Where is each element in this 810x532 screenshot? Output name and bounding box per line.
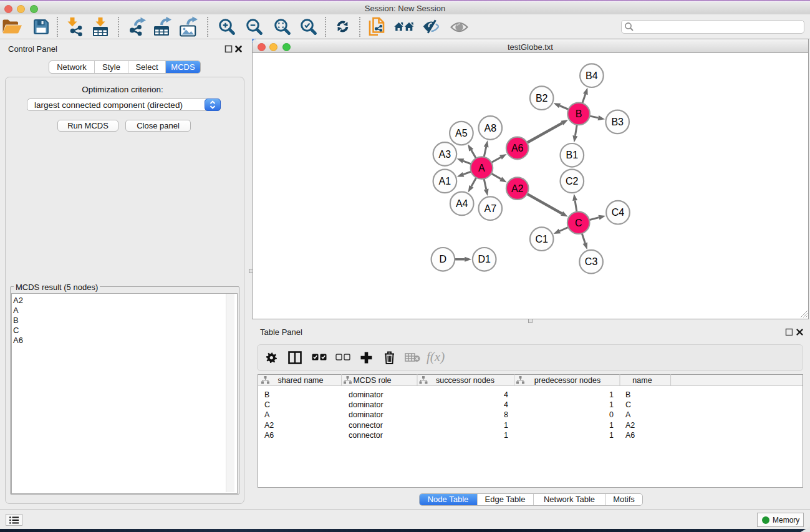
svg-text:A7: A7: [484, 203, 496, 214]
svg-text:C: C: [574, 218, 582, 228]
svg-text:A4: A4: [455, 198, 468, 209]
svg-text:B3: B3: [611, 117, 624, 127]
svg-text:D: D: [439, 254, 446, 264]
svg-text:B4: B4: [586, 70, 598, 81]
svg-text:A2: A2: [511, 183, 523, 194]
svg-text:C4: C4: [611, 207, 624, 218]
svg-text:A5: A5: [455, 128, 468, 138]
svg-text:B: B: [575, 109, 582, 119]
svg-text:B1: B1: [566, 150, 578, 160]
svg-text:A: A: [478, 163, 485, 173]
svg-text:D1: D1: [478, 254, 491, 264]
svg-text:B2: B2: [535, 93, 547, 104]
svg-text:C1: C1: [535, 234, 548, 244]
svg-text:A3: A3: [438, 149, 451, 160]
svg-text:A1: A1: [438, 176, 451, 186]
svg-text:A6: A6: [511, 143, 523, 153]
svg-text:C2: C2: [566, 176, 579, 186]
svg-text:C3: C3: [584, 256, 597, 267]
svg-text:A8: A8: [484, 123, 496, 133]
